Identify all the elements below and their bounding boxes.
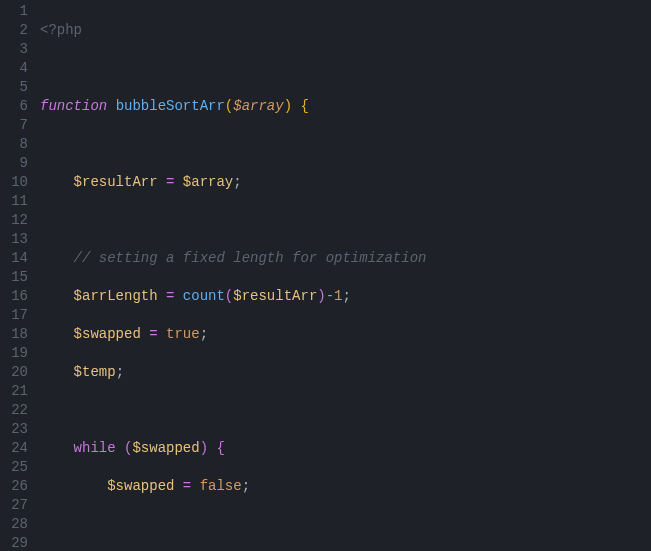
line-number: 16 [4,287,28,306]
line-number: 25 [4,458,28,477]
code-line: $swapped = true; [40,325,651,344]
code-line: <?php [40,21,651,40]
line-number: 6 [4,97,28,116]
code-line [40,135,651,154]
line-number: 28 [4,515,28,534]
line-number: 3 [4,40,28,59]
line-number: 10 [4,173,28,192]
line-number: 26 [4,477,28,496]
code-content[interactable]: <?php function bubbleSortArr($array) { $… [40,2,651,551]
line-number: 7 [4,116,28,135]
code-line: $swapped = false; [40,477,651,496]
line-number: 20 [4,363,28,382]
line-number: 9 [4,154,28,173]
code-line: while ($swapped) { [40,439,651,458]
line-number: 22 [4,401,28,420]
line-number: 24 [4,439,28,458]
line-number: 27 [4,496,28,515]
line-number: 18 [4,325,28,344]
line-number: 15 [4,268,28,287]
line-number: 2 [4,21,28,40]
code-editor[interactable]: 1 2 3 4 5 6 7 8 9 10 11 12 13 14 15 16 1… [0,0,651,551]
line-number: 4 [4,59,28,78]
line-number: 19 [4,344,28,363]
line-number: 17 [4,306,28,325]
code-line [40,211,651,230]
line-number: 13 [4,230,28,249]
code-line: $resultArr = $array; [40,173,651,192]
line-number: 11 [4,192,28,211]
code-line [40,59,651,78]
code-line [40,401,651,420]
code-line: function bubbleSortArr($array) { [40,97,651,116]
line-number: 29 [4,534,28,551]
code-line: $arrLength = count($resultArr)-1; [40,287,651,306]
line-number: 1 [4,2,28,21]
line-number: 12 [4,211,28,230]
line-number: 21 [4,382,28,401]
line-number-gutter: 1 2 3 4 5 6 7 8 9 10 11 12 13 14 15 16 1… [0,2,40,551]
line-number: 23 [4,420,28,439]
line-number: 8 [4,135,28,154]
code-line: // setting a fixed length for optimizati… [40,249,651,268]
code-line [40,515,651,534]
line-number: 14 [4,249,28,268]
code-line: $temp; [40,363,651,382]
line-number: 5 [4,78,28,97]
